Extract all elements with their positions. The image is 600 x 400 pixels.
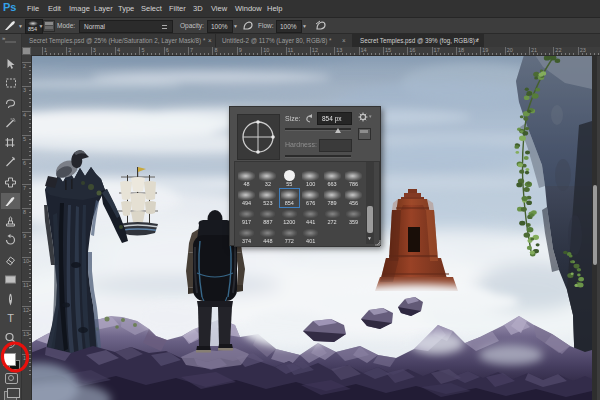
svg-text:T: T [7, 312, 14, 324]
